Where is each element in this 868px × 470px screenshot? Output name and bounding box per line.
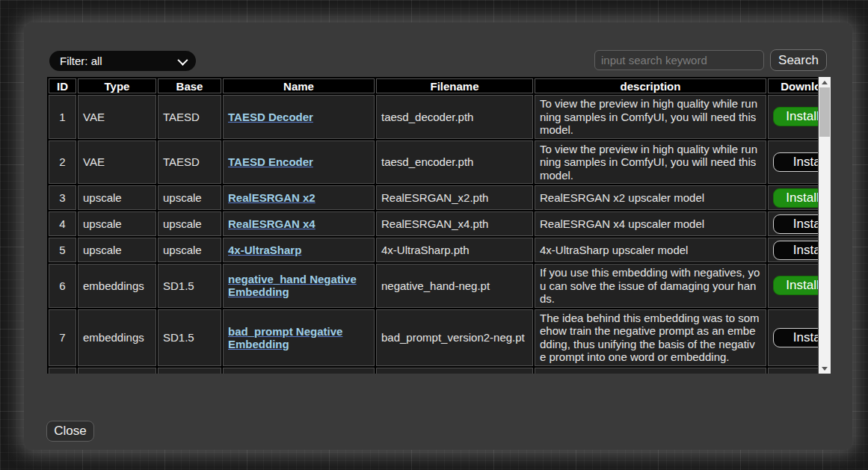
cell-base: upscale xyxy=(158,185,221,210)
column-header-description: description xyxy=(535,78,766,93)
cell-filename xyxy=(376,368,533,374)
cell-type: embeddings xyxy=(78,309,156,366)
cell-id xyxy=(49,368,76,374)
cell-download: Install xyxy=(768,211,818,236)
cell-description: 4x-UltraSharp upscaler model xyxy=(535,238,766,262)
cell-name: bad_prompt Negative Embedding xyxy=(223,309,375,366)
model-table-body: 1 VAE TAESD TAESD Decoder taesd_decoder.… xyxy=(49,95,818,374)
cell-base: upscale xyxy=(158,211,221,236)
scrollbar-up-arrow-icon[interactable] xyxy=(819,77,831,87)
cell-id: 5 xyxy=(49,238,76,262)
column-header-base: Base xyxy=(158,78,221,93)
cell-download: Install xyxy=(768,309,818,366)
model-name-link[interactable]: bad_prompt Negative Embedding xyxy=(228,325,342,350)
cell-description: If you use this embedding with negatives… xyxy=(535,264,766,308)
cell-name: TAESD Encoder xyxy=(223,140,375,185)
scrollbar-down-arrow-icon[interactable] xyxy=(819,363,831,374)
table-row: 7 embeddings SD1.5 bad_prompt Negative E… xyxy=(49,309,818,366)
cell-download: Install xyxy=(768,238,818,262)
cell-id: 3 xyxy=(49,185,76,210)
model-name-link[interactable]: TAESD Encoder xyxy=(228,155,313,168)
cell-filename: RealESRGAN_x2.pth xyxy=(376,185,533,210)
cell-filename: negative_hand-neg.pt xyxy=(376,264,533,308)
install-button[interactable]: Install xyxy=(773,328,818,347)
install-button[interactable]: Install xyxy=(773,152,818,172)
cell-description: To view the preview in high quality whil… xyxy=(535,140,766,185)
model-name-link[interactable]: negative_hand Negative Embedding xyxy=(228,273,357,298)
cell-base: TAESD xyxy=(158,140,221,185)
cell-name: 4x-UltraSharp xyxy=(223,238,375,262)
cell-base: TAESD xyxy=(158,95,221,139)
filter-select[interactable]: Filter: all xyxy=(49,51,196,71)
table-scrollbar[interactable] xyxy=(819,77,831,374)
column-header-id: ID xyxy=(49,78,76,93)
cell-description: These embedding learn what disgusting co… xyxy=(535,368,766,374)
header-row: IDTypeBaseNameFilenamedescriptionDownloa… xyxy=(49,78,818,93)
installed-button[interactable]: Installed xyxy=(773,107,818,126)
cell-type: upscale xyxy=(78,211,156,236)
cell-name xyxy=(223,368,375,374)
column-header-type: Type xyxy=(78,78,156,93)
cell-type: upscale xyxy=(78,238,156,262)
cell-description: RealESRGAN x4 upscaler model xyxy=(535,211,766,236)
cell-name: TAESD Decoder xyxy=(223,95,375,139)
cell-base: upscale xyxy=(158,238,221,262)
cell-download xyxy=(768,368,818,374)
cell-download: Installed xyxy=(768,95,818,139)
column-header-name: Name xyxy=(223,78,375,93)
column-header-filename: Filename xyxy=(376,78,533,93)
table-row: 5 upscale upscale 4x-UltraSharp 4x-Ultra… xyxy=(49,238,818,262)
cell-type: VAE xyxy=(78,95,156,139)
table-row: 2 VAE TAESD TAESD Encoder taesd_encoder.… xyxy=(49,140,818,185)
cell-base: SD1.5 xyxy=(158,309,221,366)
cell-name: negative_hand Negative Embedding xyxy=(223,264,375,308)
model-name-link[interactable]: 4x-UltraSharp xyxy=(228,244,301,256)
cell-download: Installed xyxy=(768,264,818,308)
column-header-download: Download xyxy=(768,78,818,93)
close-button[interactable]: Close xyxy=(46,421,94,442)
cell-filename: bad_prompt_version2-neg.pt xyxy=(376,309,533,366)
cell-name: RealESRGAN x4 xyxy=(223,211,375,236)
install-button[interactable]: Install xyxy=(773,241,818,260)
cell-name: RealESRGAN x2 xyxy=(223,185,375,210)
cell-base xyxy=(158,368,221,374)
table-row: 3 upscale upscale RealESRGAN x2 RealESRG… xyxy=(49,185,818,210)
cell-filename: RealESRGAN_x4.pth xyxy=(376,211,533,236)
cell-download: Install xyxy=(768,140,818,185)
cell-filename: 4x-UltraSharp.pth xyxy=(376,238,533,262)
model-name-link[interactable]: TAESD Decoder xyxy=(228,111,313,123)
install-button[interactable]: Install xyxy=(773,214,818,234)
search-button[interactable]: Search xyxy=(770,49,827,71)
model-table: IDTypeBaseNameFilenamedescriptionDownloa… xyxy=(47,77,818,374)
installed-button[interactable]: Installed xyxy=(773,276,818,295)
installed-button[interactable]: Installed xyxy=(773,188,818,208)
table-row: 1 VAE TAESD TAESD Decoder taesd_decoder.… xyxy=(49,95,818,139)
cell-id: 7 xyxy=(49,309,76,366)
model-manager-dialog: Filter: all Search IDTypeBaseNameFilenam… xyxy=(24,22,852,450)
cell-id: 1 xyxy=(49,95,76,139)
table-row: 4 upscale upscale RealESRGAN x4 RealESRG… xyxy=(49,211,818,236)
table-row: These embedding learn what disgusting co… xyxy=(49,368,818,374)
search-input[interactable] xyxy=(594,50,764,70)
cell-download: Installed xyxy=(768,185,818,210)
filter-select-value: Filter: all xyxy=(60,55,102,67)
cell-id: 4 xyxy=(49,211,76,236)
cell-type: VAE xyxy=(78,140,156,185)
chevron-down-icon xyxy=(177,55,188,65)
cell-type: embeddings xyxy=(78,264,156,308)
model-name-link[interactable]: RealESRGAN x4 xyxy=(228,217,316,230)
cell-base: SD1.5 xyxy=(158,264,221,308)
cell-id: 2 xyxy=(49,140,76,185)
model-table-viewport: IDTypeBaseNameFilenamedescriptionDownloa… xyxy=(47,77,818,374)
cell-description: To view the preview in high quality whil… xyxy=(535,95,766,139)
cell-filename: taesd_encoder.pth xyxy=(376,140,533,185)
cell-id: 6 xyxy=(49,264,76,308)
table-row: 6 embeddings SD1.5 negative_hand Negativ… xyxy=(49,264,818,308)
cell-description: The idea behind this embedding was to so… xyxy=(535,309,766,366)
scrollbar-thumb[interactable] xyxy=(819,87,830,137)
cell-type: upscale xyxy=(78,185,156,210)
cell-filename: taesd_decoder.pth xyxy=(376,95,533,139)
model-name-link[interactable]: RealESRGAN x2 xyxy=(228,191,316,204)
cell-type xyxy=(78,368,156,374)
model-table-head: IDTypeBaseNameFilenamedescriptionDownloa… xyxy=(49,78,818,93)
